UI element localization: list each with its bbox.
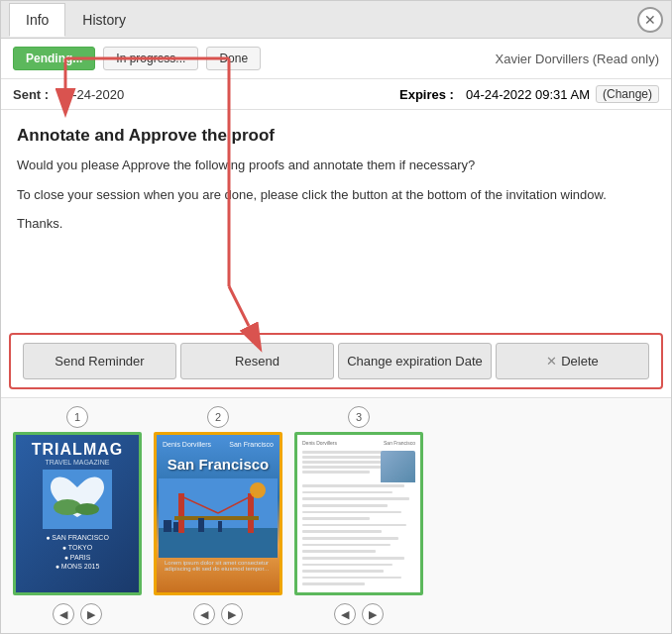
- done-status-button[interactable]: Done: [206, 47, 261, 70]
- svg-rect-13: [198, 518, 204, 532]
- resend-button[interactable]: Resend: [180, 343, 334, 379]
- action-bar: Send Reminder Resend Change expiration D…: [9, 333, 663, 389]
- svg-point-2: [75, 503, 99, 515]
- content-area: Annotate and Approve the proof Would you…: [1, 110, 671, 333]
- content-title: Annotate and Approve the proof: [17, 126, 655, 146]
- proofs-grid: 1 TRIALMAG TRAVEL MAGAZINE: [13, 406, 659, 625]
- svg-rect-4: [159, 528, 278, 558]
- proof-prev-3[interactable]: ◀: [334, 603, 356, 625]
- delete-icon: ✕: [546, 354, 557, 369]
- proof-number-2: 2: [207, 406, 229, 428]
- content-para2: To close your session when you are done,…: [17, 185, 655, 205]
- svg-rect-11: [164, 520, 171, 532]
- svg-rect-12: [173, 522, 178, 532]
- proof-number-1: 1: [66, 406, 88, 428]
- tab-bar: Info History ✕: [1, 1, 671, 39]
- proof-item-2: 2 Denis DorvillersSan Francisco San Fran…: [154, 406, 282, 625]
- proof-nav-2: ◀ ▶: [193, 603, 243, 625]
- proof-thumb-3[interactable]: Denis DorvillersSan Francisco: [294, 432, 423, 595]
- proof-thumb-1[interactable]: TRIALMAG TRAVEL MAGAZINE ● SAN: [13, 432, 142, 595]
- content-para1: Would you please Approve the following p…: [17, 156, 655, 175]
- proof-next-2[interactable]: ▶: [221, 603, 243, 625]
- close-button[interactable]: ✕: [637, 7, 663, 33]
- proof-thumb-2[interactable]: Denis DorvillersSan Francisco San Franci…: [154, 432, 282, 595]
- proof-nav-3: ◀ ▶: [334, 603, 384, 625]
- delete-button[interactable]: ✕ Delete: [496, 343, 649, 379]
- tab-history[interactable]: History: [65, 3, 143, 36]
- expires-info: Expires : 04-24-2022 09:31 AM (Change): [399, 85, 659, 103]
- svg-point-10: [250, 482, 266, 498]
- change-expiration-button[interactable]: Change expiration Date: [338, 343, 492, 379]
- pending-status-button[interactable]: Pending...: [13, 47, 95, 70]
- proof-prev-2[interactable]: ◀: [193, 603, 215, 625]
- proof-next-3[interactable]: ▶: [362, 603, 384, 625]
- user-info: Xavier Dorvillers (Read only): [496, 52, 659, 66]
- proof-item-3: 3 Denis DorvillersSan Francisco: [294, 406, 423, 625]
- content-para3: Thanks.: [17, 214, 655, 234]
- proof-prev-1[interactable]: ◀: [53, 603, 74, 625]
- send-reminder-button[interactable]: Send Reminder: [23, 343, 176, 379]
- in-progress-status-button[interactable]: In progress...: [103, 47, 198, 70]
- svg-rect-6: [248, 493, 254, 533]
- svg-rect-5: [178, 493, 184, 533]
- proofs-section: 1 TRIALMAG TRAVEL MAGAZINE: [1, 397, 671, 633]
- change-expiry-link[interactable]: (Change): [596, 85, 659, 103]
- status-bar: Pending... In progress... Done Xavier Do…: [1, 39, 671, 79]
- main-window: Info History ✕ Pending... In progress...…: [0, 0, 672, 634]
- proof-number-3: 3: [348, 406, 370, 428]
- proof-nav-1: ◀ ▶: [53, 603, 102, 625]
- tab-info[interactable]: Info: [9, 3, 65, 37]
- meta-bar: Sent : 04-24-2020 Expires : 04-24-2022 0…: [1, 79, 671, 110]
- proof-item-1: 1 TRIALMAG TRAVEL MAGAZINE: [13, 406, 142, 625]
- svg-rect-9: [174, 516, 259, 520]
- proof-next-1[interactable]: ▶: [80, 603, 102, 625]
- sent-info: Sent : 04-24-2020: [13, 87, 124, 102]
- svg-rect-14: [218, 521, 222, 532]
